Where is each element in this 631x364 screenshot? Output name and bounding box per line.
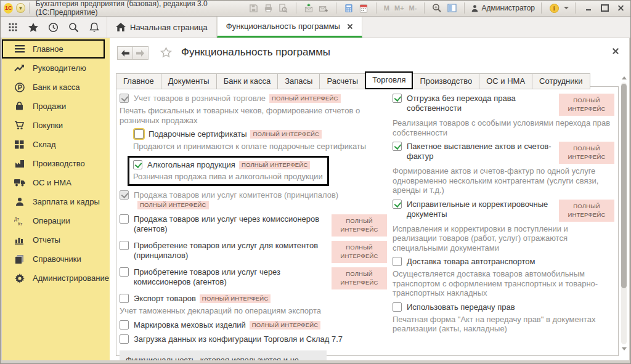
feature-checkbox[interactable] — [120, 294, 129, 303]
mail-receive-icon[interactable] — [303, 2, 315, 14]
feature-description: Осуществляется доставка товаров автомоби… — [393, 269, 614, 298]
full-interface-badge: ПОЛНЫЙ ИНТЕРФЕЙС — [269, 94, 341, 103]
sidebar-item[interactable]: ОС и НМА — [2, 173, 110, 192]
sidebar-item-label: Склад — [33, 140, 56, 149]
sidebar-item[interactable]: Производство — [2, 154, 110, 173]
page-title: Функциональность программы — [181, 46, 330, 59]
feature-checkbox[interactable] — [393, 94, 402, 103]
sidebar-item[interactable]: Справочники — [2, 249, 110, 269]
svg-text:Кт: Кт — [18, 222, 23, 226]
search-icon[interactable] — [63, 18, 84, 36]
sidebar-item[interactable]: Банк и касса — [2, 78, 110, 97]
vertical-scrollbar[interactable] — [621, 76, 628, 350]
calculator-icon[interactable] — [343, 2, 355, 14]
divider — [29, 2, 30, 14]
mail-send-icon[interactable] — [317, 2, 330, 14]
system-menu-button[interactable]: ▼ — [16, 3, 25, 13]
feature-row: Приобретение товаров или услуг через ком… — [120, 267, 387, 289]
maximize-button[interactable] — [598, 2, 611, 14]
scrollbar-thumb[interactable] — [621, 84, 627, 288]
divider — [541, 2, 542, 14]
feature-checkbox[interactable] — [120, 214, 129, 224]
sidebar-item[interactable]: Продажи — [2, 97, 110, 116]
full-interface-badge: ПОЛНЫЙ ИНТЕРФЕЙС — [250, 321, 321, 330]
feature-checkbox[interactable] — [393, 142, 402, 151]
form-tab[interactable]: Документы — [161, 73, 217, 89]
settings-panel: Учет товаров в розничной торговлеПОЛНЫЙ … — [116, 86, 619, 356]
back-button[interactable] — [117, 46, 133, 60]
sidebar-item[interactable]: Отчеты — [2, 230, 110, 249]
form-tab[interactable]: Торговля — [365, 71, 413, 89]
window-title: Бухгалтерия предприятия (базовая), редак… — [36, 0, 248, 17]
app-tab[interactable]: Начальная страница — [107, 17, 217, 38]
close-window-button[interactable] — [614, 2, 627, 14]
zoom-icon[interactable] — [431, 2, 443, 14]
feature-description: Формирование актов и счетов-фактур по од… — [393, 166, 614, 195]
feature-checkbox[interactable] — [393, 200, 402, 209]
form-tab[interactable]: Сотрудники — [532, 73, 590, 89]
history-icon[interactable] — [43, 18, 63, 36]
main-menu-icon[interactable] — [2, 18, 23, 36]
feature-description: Учет таможенных деклараций по операциям … — [120, 306, 387, 316]
favorite-star-icon[interactable] — [160, 47, 172, 58]
form-tab[interactable]: Запасы — [277, 73, 320, 89]
notifications-bell-icon[interactable] — [84, 18, 104, 36]
feature-checkbox[interactable] — [134, 129, 144, 139]
feature-checkbox[interactable] — [120, 190, 129, 200]
main-content: Функциональность программы ГлавноеДокуме… — [110, 38, 629, 360]
feature-checkbox[interactable] — [120, 241, 129, 250]
full-interface-badge: ПОЛНЫЙ ИНТЕРФЕЙС — [239, 161, 311, 169]
form-tab[interactable]: Главное — [116, 73, 161, 89]
form-tab[interactable]: Производство — [412, 73, 479, 89]
sidebar-item-label: Продажи — [33, 102, 66, 111]
feature-checkbox[interactable] — [393, 302, 402, 312]
form-tab[interactable]: ОС и НМА — [479, 73, 532, 89]
feature-label: Продажа товаров или услуг комитентов (пр… — [134, 190, 387, 210]
sidebar-item[interactable]: Покупки — [2, 116, 110, 135]
app-logo-icon: 1С — [4, 3, 13, 14]
sidebar-item[interactable]: Руководителю — [2, 59, 110, 78]
feature-row: Доставка товара автотранспортом — [393, 257, 614, 267]
favorites-icon[interactable] — [23, 18, 43, 36]
save-icon[interactable] — [248, 2, 260, 14]
minimize-button[interactable] — [582, 2, 595, 14]
feature-row: Отгрузка без перехода права собственност… — [393, 94, 614, 116]
split-panel-icon[interactable] — [446, 2, 458, 14]
forward-button[interactable] — [132, 46, 149, 60]
sidebar-item[interactable]: Администрирование — [2, 269, 110, 288]
app-tab[interactable]: Функциональность программы — [217, 17, 362, 38]
info-icon[interactable]: i — [548, 2, 560, 14]
close-form-icon[interactable] — [611, 47, 620, 55]
form-tab[interactable]: Расчеты — [319, 73, 365, 89]
scroll-up-icon[interactable] — [622, 76, 627, 79]
sidebar-item[interactable]: ДтКтОперации — [2, 211, 110, 230]
feature-checkbox[interactable] — [120, 94, 129, 103]
current-user[interactable]: Администратор — [471, 4, 535, 12]
calendar-icon[interactable] — [357, 2, 370, 14]
tab-close-icon[interactable] — [347, 23, 353, 30]
menu-icon — [14, 45, 25, 53]
print-preview-icon[interactable] — [277, 2, 290, 14]
memory-recall-button[interactable]: M — [383, 4, 391, 12]
feature-checkbox[interactable] — [133, 160, 142, 169]
memory-add-button[interactable]: M+ — [393, 4, 405, 12]
sidebar-item[interactable]: Склад — [2, 135, 110, 154]
feature-checkbox[interactable] — [120, 334, 129, 344]
chevron-down-icon[interactable] — [564, 7, 569, 9]
feature-checkbox[interactable] — [120, 320, 129, 330]
feature-checkbox[interactable] — [393, 257, 402, 266]
feature-row: Учет товаров в розничной торговлеПОЛНЫЙ … — [120, 94, 387, 103]
scroll-down-icon[interactable] — [622, 347, 627, 350]
person-icon — [14, 197, 25, 206]
feature-row: Исправительные и корректировочные докуме… — [393, 200, 614, 222]
sidebar-item[interactable]: Главное — [2, 39, 105, 59]
feature-label: Приобретение товаров или услуг для комит… — [134, 241, 331, 261]
feature-checkbox[interactable] — [120, 267, 129, 277]
feature-label: Загрузка данных из конфигурации Торговля… — [134, 334, 343, 344]
form-tab[interactable]: Банк и касса — [216, 73, 279, 89]
sidebar-item-label: ОС и НМА — [33, 178, 71, 187]
memory-subtract-button[interactable]: M- — [408, 4, 418, 12]
sidebar-item[interactable]: Зарплата и кадры — [2, 192, 110, 211]
scrollbar-track[interactable] — [621, 83, 627, 344]
print-icon[interactable] — [263, 2, 275, 14]
